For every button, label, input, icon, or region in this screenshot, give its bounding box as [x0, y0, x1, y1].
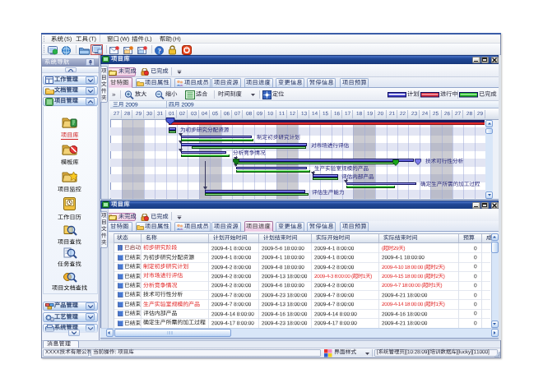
- svg-text:?: ?: [157, 47, 160, 55]
